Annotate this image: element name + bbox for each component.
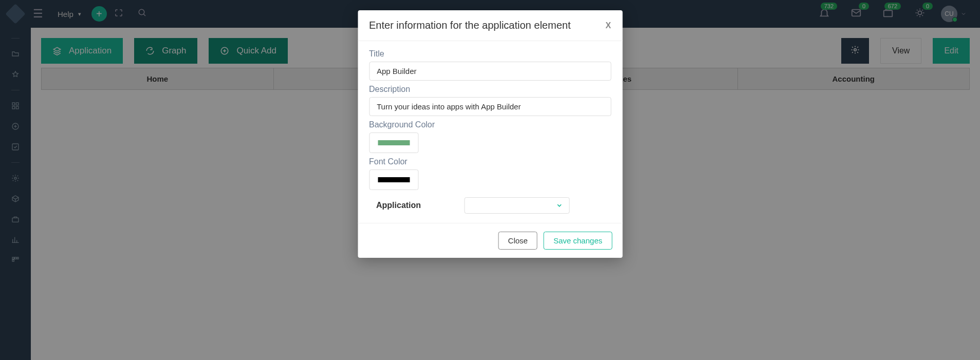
bgcolor-picker[interactable] (369, 132, 418, 153)
fontcolor-label: Font Color (369, 157, 611, 166)
modal-header: Enter information for the application el… (358, 10, 622, 41)
application-label: Application (369, 201, 454, 210)
fontcolor-swatch (378, 177, 410, 182)
title-label: Title (369, 49, 611, 59)
close-button[interactable]: Close (498, 232, 538, 250)
save-changes-button[interactable]: Save changes (544, 232, 612, 250)
modal-footer: Close Save changes (358, 223, 622, 258)
chevron-down-icon (556, 202, 563, 209)
title-input[interactable] (369, 62, 611, 81)
modal-close-icon[interactable]: X (605, 21, 611, 30)
application-select[interactable] (464, 197, 569, 214)
bgcolor-swatch (378, 140, 410, 145)
bgcolor-label: Background Color (369, 120, 611, 129)
fontcolor-picker[interactable] (369, 169, 418, 190)
description-input[interactable] (369, 97, 611, 116)
description-label: Description (369, 85, 611, 94)
application-element-modal: Enter information for the application el… (358, 10, 622, 258)
modal-title: Enter information for the application el… (369, 20, 570, 31)
modal-body: Title Description Background Color Font … (358, 41, 622, 223)
